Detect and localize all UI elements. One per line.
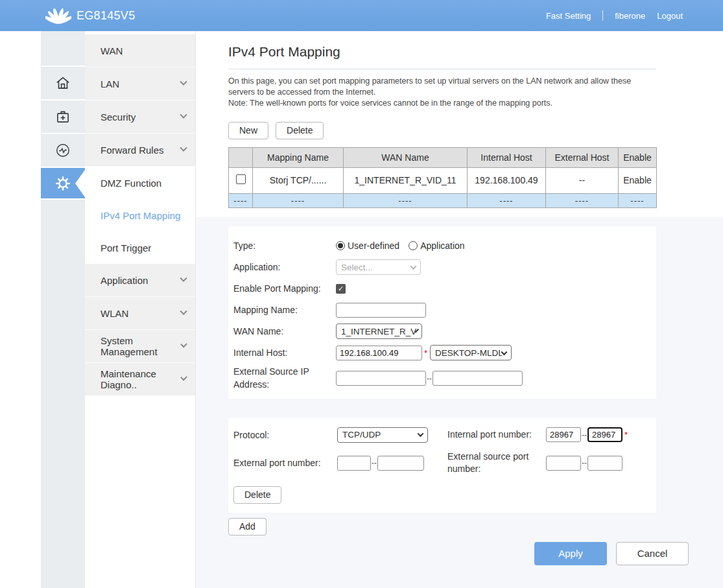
menu-label: Port Trigger: [101, 242, 151, 253]
menu-label: Maintenance Diagno..: [101, 368, 182, 390]
mapping-name-input[interactable]: [336, 303, 426, 318]
external-source-ip-label: External Source IP Address:: [233, 366, 336, 391]
title-divider: [228, 69, 656, 69]
page-description: On this page, you can set port mapping p…: [228, 76, 658, 98]
type-label: Type:: [233, 241, 336, 251]
application-label: Application:: [233, 262, 336, 272]
wan-name-select[interactable]: 1_INTERNET_R_V: [336, 323, 422, 339]
top-header: EG8145V5 Fast Setting fiberone Logout: [0, 0, 723, 31]
sidebar-item-system-management[interactable]: System Management: [85, 330, 195, 363]
application-select-value: Select...: [341, 263, 373, 272]
home-icon: [54, 75, 71, 91]
add-button[interactable]: Add: [228, 518, 267, 535]
cell-dash: ----: [253, 193, 344, 207]
sidebar-item-maintenance-diagnosis[interactable]: Maintenance Diagno..: [85, 363, 195, 396]
sidebar-item-port-trigger[interactable]: Port Trigger: [85, 231, 195, 264]
cell-external-host: --: [546, 167, 619, 193]
row-checkbox[interactable]: [236, 174, 246, 184]
internal-port-from-input[interactable]: [546, 427, 581, 442]
rail-spacer: [41, 31, 85, 67]
sidebar-item-lan[interactable]: LAN: [85, 67, 195, 100]
internal-host-input[interactable]: [336, 346, 422, 360]
protocol-select-value: TCP/UDP: [342, 430, 381, 440]
internal-host-label: Internal Host:: [233, 347, 336, 358]
chevron-down-icon: [410, 263, 417, 270]
column-header: Internal Host: [468, 147, 546, 167]
toolbox-plus-icon: [54, 108, 71, 125]
cell-mapping-name: Storj TCP/......: [253, 167, 344, 193]
fast-setting-link[interactable]: Fast Setting: [546, 11, 591, 21]
sidebar-item-application[interactable]: Application: [85, 264, 195, 297]
internal-host-device-select[interactable]: DESKTOP-MLDL0: [430, 345, 512, 360]
menu-label: Forward Rules: [101, 145, 164, 156]
diagnose-nav-button[interactable]: [41, 134, 85, 168]
chevron-down-icon: [180, 275, 187, 282]
sidebar-item-wan[interactable]: WAN: [85, 34, 195, 67]
protocol-label: Protocol:: [233, 430, 337, 440]
delete-button[interactable]: Delete: [276, 122, 324, 139]
external-port-from-input[interactable]: [337, 456, 371, 471]
range-separator: --: [582, 458, 587, 467]
menu-label: IPv4 Port Mapping: [101, 210, 180, 221]
username-link[interactable]: fiberone: [615, 11, 645, 21]
wan-name-select-value: 1_INTERNET_R_V: [341, 327, 416, 336]
external-source-port-to-input[interactable]: [587, 456, 622, 471]
cell-dash: ----: [229, 193, 253, 207]
device-model: EG8145V5: [77, 9, 135, 23]
content-area: IPv4 Port Mapping On this page, you can …: [196, 31, 723, 588]
enable-port-mapping-checkbox[interactable]: ✓: [336, 284, 346, 294]
external-ip-from-input[interactable]: [336, 371, 426, 386]
internal-port-to-input[interactable]: [587, 427, 622, 442]
application-radio[interactable]: [409, 241, 418, 250]
cell-dash: ----: [344, 193, 468, 207]
huawei-logo-icon: [45, 6, 71, 25]
application-select[interactable]: Select...: [336, 259, 421, 275]
sidebar-item-ipv4-port-mapping[interactable]: IPv4 Port Mapping: [85, 199, 195, 231]
table-placeholder-row: ---- ---- ---- ---- ---- ----: [229, 193, 657, 207]
chevron-down-icon: [180, 78, 187, 86]
chevron-down-icon: [418, 430, 424, 437]
chevron-down-icon: [180, 145, 187, 152]
delete-port-row-button[interactable]: Delete: [233, 486, 281, 504]
home-nav-button[interactable]: [41, 67, 85, 100]
table-row: Storj TCP/...... 1_INTERNET_R_VID_11 192…: [229, 167, 657, 193]
menu-label: WAN: [101, 45, 123, 56]
external-source-port-from-input[interactable]: [546, 456, 581, 471]
wan-name-label: WAN Name:: [233, 326, 336, 336]
diagnose-icon: [54, 142, 71, 159]
protocol-panel: Protocol: TCP/UDP Internal port number: …: [228, 418, 656, 513]
column-header: Mapping Name: [253, 147, 344, 167]
cell-wan-name: 1_INTERNET_R_VID_11: [344, 167, 468, 193]
column-header: External Host: [546, 147, 619, 167]
cell-dash: ----: [546, 193, 619, 207]
cell-dash: ----: [619, 193, 657, 207]
mapping-name-label: Mapping Name:: [233, 305, 336, 315]
sidebar-item-forward-rules[interactable]: Forward Rules: [85, 134, 195, 167]
cell-dash: ----: [468, 193, 546, 207]
external-source-port-label: External source port number:: [447, 451, 546, 476]
device-select-value: DESKTOP-MLDL0: [435, 348, 502, 358]
user-defined-radio[interactable]: [336, 241, 345, 250]
logout-link[interactable]: Logout: [657, 11, 683, 21]
column-header: Enable: [619, 147, 657, 167]
menu-label: DMZ Function: [101, 178, 161, 189]
sidebar-item-wlan[interactable]: WLAN: [85, 297, 195, 330]
rail-filler: [41, 200, 85, 588]
range-separator: --: [427, 374, 432, 383]
icon-rail: [41, 31, 85, 588]
external-ip-to-input[interactable]: [433, 371, 523, 386]
apply-button[interactable]: Apply: [534, 542, 607, 565]
network-nav-button[interactable]: [41, 100, 85, 134]
protocol-select[interactable]: TCP/UDP: [337, 427, 428, 443]
sidebar-item-security[interactable]: Security: [85, 100, 195, 134]
cancel-button[interactable]: Cancel: [616, 542, 689, 565]
settings-nav-button[interactable]: [41, 168, 85, 200]
new-button[interactable]: New: [228, 122, 268, 139]
menu-label: Security: [101, 112, 136, 123]
external-port-to-input[interactable]: [377, 456, 424, 471]
sidebar-item-dmz-function[interactable]: DMZ Function: [85, 167, 195, 199]
chevron-down-icon: [180, 112, 187, 119]
cell-internal-host: 192.168.100.49: [468, 167, 546, 193]
required-asterisk: *: [424, 348, 427, 358]
page-note: Note: The well-known ports for voice ser…: [228, 98, 658, 109]
